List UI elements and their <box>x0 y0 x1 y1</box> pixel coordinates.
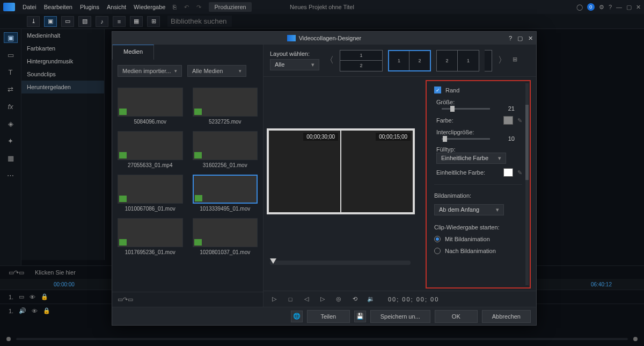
close-icon[interactable]: ✕ <box>528 35 533 42</box>
interclip-slider[interactable] <box>442 138 490 140</box>
close-icon[interactable]: ✕ <box>636 4 641 11</box>
border-checkbox[interactable]: ✓ <box>434 86 441 93</box>
loop-icon[interactable]: ⟲ <box>350 295 359 304</box>
thumbnail-image[interactable] <box>118 218 183 247</box>
title-room-icon[interactable]: T <box>4 67 18 77</box>
sidebar-item-soundclips[interactable]: Soundclips <box>21 68 104 81</box>
layout-filter-dropdown[interactable]: Alle <box>270 59 319 70</box>
maximize-icon[interactable]: ▢ <box>626 4 632 11</box>
settings-scrollbar[interactable] <box>525 83 529 285</box>
zoom-in-icon[interactable] <box>633 337 638 341</box>
menu-playback[interactable]: Wiedergabe <box>134 4 165 10</box>
effect-room-icon[interactable]: ▭ <box>4 49 18 60</box>
save-icon[interactable]: 💾 <box>354 311 366 322</box>
lock-icon[interactable]: 🔒 <box>41 293 48 300</box>
redo-icon[interactable]: ↷ <box>196 4 201 11</box>
filltype-dropdown[interactable]: Einheitliche Farbe <box>436 153 506 164</box>
color-picker-icon[interactable]: ✎ <box>517 117 522 124</box>
layout-option-horizontal[interactable]: 1 2 <box>340 50 383 71</box>
transition-room-icon[interactable]: ⇄ <box>4 84 18 95</box>
eye-icon[interactable]: 👁 <box>32 308 38 314</box>
fx-room-icon[interactable]: fx <box>4 101 18 112</box>
media-thumbnail[interactable]: 1017695236_01.mov <box>118 218 183 255</box>
overlay-room-icon[interactable]: ◈ <box>4 118 18 129</box>
eye-icon[interactable]: 👁 <box>30 294 35 300</box>
radio-after-animation[interactable] <box>434 248 441 254</box>
thumbnail-image[interactable] <box>193 175 258 204</box>
sidebar-item-bgmusic[interactable]: Hintergrundmusik <box>21 55 104 68</box>
export-icon[interactable]: ⎘ <box>173 4 177 10</box>
collage-slot-2[interactable]: 00;00;15;00 <box>341 131 413 212</box>
lock-icon[interactable]: 🔒 <box>43 307 50 314</box>
gear-icon[interactable]: ⚙ <box>599 4 604 11</box>
menu-view[interactable]: Ansicht <box>107 4 126 10</box>
menu-edit[interactable]: Bearbeiten <box>44 4 72 10</box>
storyboard-icon[interactable]: ▭↷▭ <box>118 296 133 303</box>
film-icon[interactable]: ▭ <box>61 16 74 27</box>
sidebar-item-downloaded[interactable]: Heruntergeladen <box>21 81 104 93</box>
media-view-icon[interactable]: ▣ <box>44 16 57 27</box>
thumbnail-image[interactable] <box>193 218 258 247</box>
media-thumbnail[interactable]: 27055633_01.mp4 <box>118 131 183 168</box>
undo-icon[interactable]: ↶ <box>184 4 189 11</box>
slider-knob-icon[interactable] <box>270 258 276 264</box>
image-icon[interactable]: ▧ <box>78 16 91 27</box>
stop-icon[interactable]: □ <box>286 295 295 304</box>
tab-media[interactable]: Medien <box>112 45 154 60</box>
save-as-button[interactable]: Speichern un... <box>370 310 430 323</box>
volume-icon[interactable]: 🔉 <box>367 295 375 304</box>
layout-option-peek[interactable] <box>485 50 492 71</box>
thumbnail-image[interactable] <box>118 88 183 117</box>
thumbnail-image[interactable] <box>118 131 183 160</box>
layout-prev-icon[interactable]: 〈 <box>325 50 334 71</box>
user-icon[interactable]: ◯ <box>576 4 583 11</box>
layout-next-icon[interactable]: 〉 <box>497 50 507 71</box>
menu-file[interactable]: Datei <box>23 4 36 10</box>
size-slider[interactable] <box>442 108 490 110</box>
template-room-icon[interactable]: ▦ <box>4 153 18 163</box>
snapshot-icon[interactable]: ◎ <box>334 295 343 304</box>
list-icon[interactable]: ≡ <box>113 16 126 27</box>
cloud-badge[interactable]: 0 <box>587 3 595 11</box>
thumbnail-image[interactable] <box>118 175 183 204</box>
cancel-button[interactable]: Abbrechen <box>482 310 531 323</box>
layout-option-vertical-21[interactable]: 2 1 <box>436 50 479 71</box>
produce-button[interactable]: Produzieren <box>209 2 251 12</box>
zoom-slider[interactable] <box>16 338 628 340</box>
media-thumbnail[interactable]: 5232725.mov <box>193 88 258 125</box>
media-thumbnail[interactable]: 1010067086_01.mov <box>118 175 183 212</box>
fill-color-picker-icon[interactable]: ✎ <box>517 169 522 176</box>
zoom-out-icon[interactable] <box>6 337 11 341</box>
thumb-icon[interactable]: ▦ <box>130 16 143 27</box>
library-search-input[interactable] <box>167 16 232 27</box>
layout-option-vertical-12[interactable]: 1 2 <box>388 50 431 71</box>
prev-frame-icon[interactable]: ◁ <box>302 295 311 304</box>
media-room-icon[interactable]: ▣ <box>4 32 18 43</box>
filter-all-dropdown[interactable]: Alle Medien <box>187 65 246 77</box>
share-button[interactable]: Teilen <box>307 310 350 323</box>
category-icon[interactable]: ⊞ <box>147 16 160 27</box>
radio-with-animation[interactable] <box>434 236 441 242</box>
more-icon[interactable]: ⋯ <box>4 170 18 181</box>
preview-progress-slider[interactable] <box>270 261 411 265</box>
share-icon[interactable]: 🌐 <box>291 311 303 322</box>
media-thumbnail[interactable]: 5084096.mov <box>118 88 183 125</box>
ok-button[interactable]: OK <box>435 310 478 323</box>
next-frame-icon[interactable]: ▷ <box>318 295 327 304</box>
import-icon[interactable]: ⤓ <box>27 16 40 27</box>
sidebar-item-colorcards[interactable]: Farbkarten <box>21 42 104 55</box>
sidebar-item-media[interactable]: Medieninhalt <box>21 29 104 42</box>
help-icon[interactable]: ? <box>609 4 612 10</box>
import-media-dropdown[interactable]: Medien importier... <box>118 65 182 77</box>
animation-dropdown[interactable]: Ab dem Anfang <box>434 204 504 215</box>
minimize-icon[interactable]: — <box>616 4 622 10</box>
menu-plugins[interactable]: Plugins <box>80 4 99 10</box>
media-thumbnail[interactable]: 1013339495_01.mov <box>193 175 258 212</box>
collage-frame[interactable]: 00;00;30;00 00;00;15;00 <box>267 128 415 214</box>
thumbnail-image[interactable] <box>193 88 258 117</box>
play-icon[interactable]: ▷ <box>270 295 279 304</box>
thumbnail-image[interactable] <box>193 131 258 160</box>
maximize-icon[interactable]: ▢ <box>517 35 523 42</box>
fill-color-swatch[interactable] <box>503 168 513 177</box>
collage-slot-1[interactable]: 00;00;30;00 <box>269 131 340 212</box>
